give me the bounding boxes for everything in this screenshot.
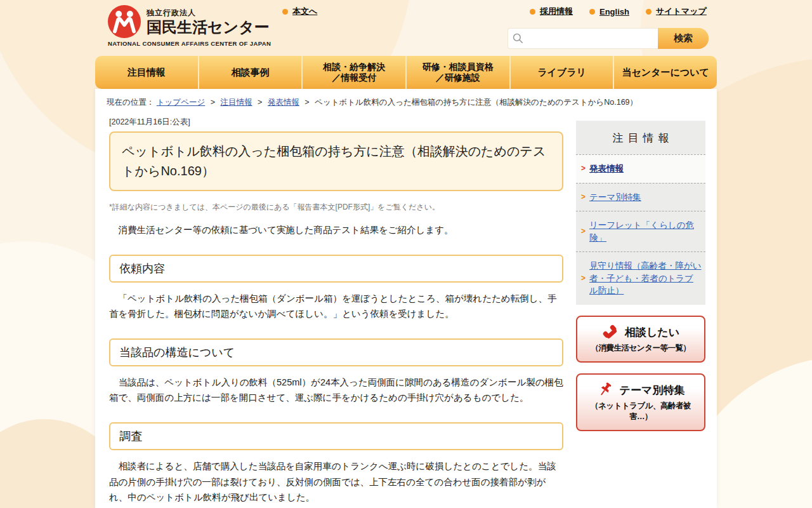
sidebar-featured-box: 注目情報 > 発表情報 > テーマ別特集 > リーフレット「くらしの危険」	[576, 121, 705, 305]
bullet-icon	[646, 9, 652, 15]
site-header: 独立行政法人 国民生活センター NATIONAL CONSUMER AFFAIR…	[0, 0, 812, 56]
arrow-right-icon: >	[581, 273, 586, 284]
breadcrumb: 現在の位置： トップページ > 注目情報 > 発表情報 > ペットボトル飲料の入…	[95, 89, 717, 112]
nav-label: 研修・相談員資格 ／研修施設	[422, 62, 494, 83]
breadcrumb-prefix: 現在の位置：	[107, 98, 154, 107]
nav-item-about[interactable]: 当センターについて	[613, 56, 717, 89]
section-heading-structure: 当該品の構造について	[109, 338, 563, 366]
sidebar: 注目情報 > 発表情報 > テーマ別特集 > リーフレット「くらしの危険」	[576, 121, 705, 431]
bullet-icon	[589, 9, 595, 15]
section-heading-investigation: 調査	[109, 422, 563, 450]
section-paragraph: 当該品は、ペットボトル入りの飲料（525ml）が24本入った両側面に隙間のある構…	[109, 375, 563, 405]
search-input[interactable]	[508, 28, 658, 49]
utility-nav: 採用情報 English サイトマップ	[530, 6, 707, 17]
nav-item-consultation[interactable]: 相談・紛争解決 ／情報受付	[301, 56, 405, 89]
breadcrumb-separator: >	[304, 98, 309, 107]
breadcrumb-separator: >	[258, 98, 262, 107]
breadcrumb-separator: >	[211, 98, 215, 107]
banner-theme-features[interactable]: テーマ別特集 （ネットトラブル、高齢者被害…）	[576, 373, 705, 431]
nav-label: 相談事例	[232, 67, 270, 78]
phone-icon	[602, 324, 620, 342]
breadcrumb-link-featured[interactable]: 注目情報	[221, 98, 252, 107]
ncac-logo-icon	[108, 5, 141, 38]
banner-title: 相談したい	[625, 325, 679, 340]
site-search: 検索	[508, 28, 709, 49]
publish-date: [2022年11月16日:公表]	[109, 117, 563, 128]
bullet-icon	[530, 9, 535, 15]
utility-link-label[interactable]: サイトマップ	[656, 6, 707, 17]
skip-link[interactable]: 本文へ	[292, 6, 317, 17]
nav-label: 相談・紛争解決 ／情報受付	[323, 62, 385, 83]
nav-item-training[interactable]: 研修・相談員資格 ／研修施設	[405, 56, 509, 89]
breadcrumb-current: ペットボトル飲料の入った梱包箱の持ち方に注意（相談解決のためのテストからNo.1…	[315, 98, 638, 107]
sidebar-item-announcements[interactable]: > 発表情報	[576, 154, 705, 183]
skip-to-content[interactable]: 本文へ	[282, 6, 317, 17]
intro-paragraph: 消費生活センター等の依頼に基づいて実施した商品テスト結果をご紹介します。	[109, 223, 563, 237]
article: [2022年11月16日:公表] ペットボトル飲料の入った梱包箱の持ち方に注意（…	[95, 112, 576, 508]
breadcrumb-link-announcements[interactable]: 発表情報	[268, 98, 299, 107]
page-title: ペットボトル飲料の入った梱包箱の持ち方に注意（相談解決のためのテストからNo.1…	[109, 131, 563, 191]
utility-link-label[interactable]: 採用情報	[540, 6, 573, 17]
nav-item-library[interactable]: ライブラリ	[509, 56, 613, 89]
sidebar-item-label[interactable]: 発表情報	[589, 163, 624, 175]
nav-label: 注目情報	[128, 67, 166, 78]
utility-link-sitemap[interactable]: サイトマップ	[646, 6, 707, 17]
pushpin-icon	[597, 382, 615, 399]
section-heading-request: 依頼内容	[109, 255, 563, 283]
banner-subtitle: （消費生活センター等一覧）	[580, 343, 702, 354]
org-name-en: NATIONAL CONSUMER AFFAIRS CENTER OF JAPA…	[108, 40, 271, 47]
org-name: 国民生活センター	[147, 18, 270, 36]
banner-consult[interactable]: 相談したい （消費生活センター等一覧）	[576, 316, 705, 363]
content-panel: 現在の位置： トップページ > 注目情報 > 発表情報 > ペットボトル飲料の入…	[95, 89, 717, 508]
search-icon	[512, 32, 524, 44]
page: 独立行政法人 国民生活センター NATIONAL CONSUMER AFFAIR…	[0, 0, 812, 508]
sidebar-item-leaflet[interactable]: > リーフレット「くらしの危険」	[576, 211, 705, 251]
site-logo[interactable]: 独立行政法人 国民生活センター NATIONAL CONSUMER AFFAIR…	[108, 5, 271, 47]
section-paragraph: 相談者によると、店舗で購入した当該品を自家用車のトランクへ運ぶ時に破損したとのこ…	[109, 458, 563, 504]
arrow-right-icon: >	[581, 226, 586, 237]
nav-label: 当センターについて	[622, 67, 709, 78]
nav-item-featured[interactable]: 注目情報	[95, 56, 198, 89]
banner-subtitle: （ネットトラブル、高齢者被害…）	[580, 401, 702, 422]
sidebar-item-label[interactable]: リーフレット「くらしの危険」	[589, 219, 702, 244]
breadcrumb-link-home[interactable]: トップページ	[157, 98, 205, 107]
bullet-icon	[282, 9, 288, 15]
pdf-note: *詳細な内容につきましては、本ページの最後にある「報告書本文[PDF形式]」をご…	[109, 202, 563, 213]
main-nav: 注目情報 相談事例 相談・紛争解決 ／情報受付 研修・相談員資格 ／研修施設 ラ…	[95, 56, 717, 89]
search-button[interactable]: 検索	[658, 28, 709, 49]
arrow-right-icon: >	[581, 192, 586, 203]
utility-link-recruit[interactable]: 採用情報	[530, 6, 573, 17]
org-type: 独立行政法人	[147, 8, 270, 18]
section-paragraph: 「ペットボトル飲料の入った梱包箱（ダンボール箱）を運ぼうとしたところ、箱が壊れた…	[109, 291, 563, 321]
utility-link-label[interactable]: English	[599, 7, 629, 17]
utility-link-english[interactable]: English	[589, 7, 629, 17]
sidebar-item-watch-info[interactable]: > 見守り情報（高齢者・障がい者・子ども・若者のトラブル防止）	[576, 251, 705, 305]
sidebar-item-label[interactable]: 見守り情報（高齢者・障がい者・子ども・若者のトラブル防止）	[589, 260, 702, 297]
sidebar-item-theme-features[interactable]: > テーマ別特集	[576, 183, 705, 211]
banner-title: テーマ別特集	[620, 383, 685, 398]
sidebar-heading: 注目情報	[576, 121, 705, 154]
nav-item-cases[interactable]: 相談事例	[198, 56, 302, 89]
nav-label: ライブラリ	[537, 67, 586, 78]
sidebar-item-label[interactable]: テーマ別特集	[589, 191, 641, 204]
arrow-right-icon: >	[581, 163, 586, 174]
